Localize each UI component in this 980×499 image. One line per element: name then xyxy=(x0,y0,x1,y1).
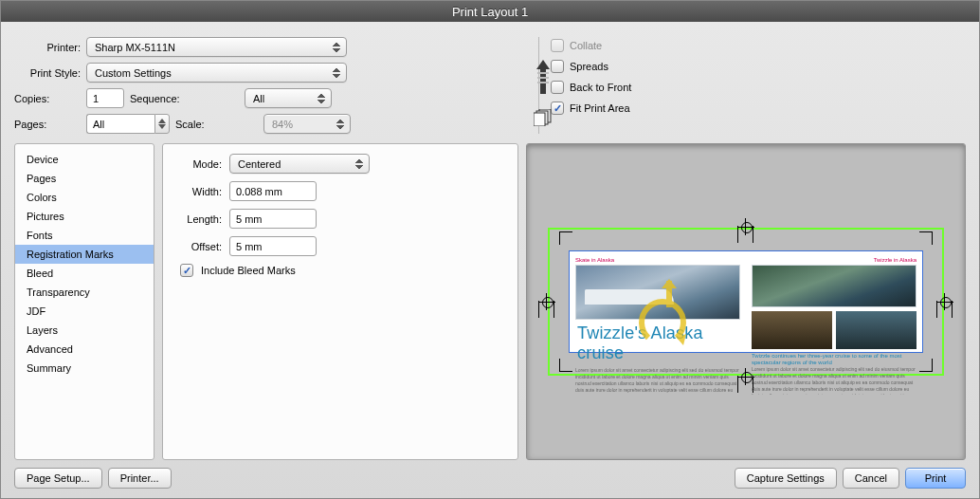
include-bleed-checkbox[interactable] xyxy=(180,264,193,277)
sequence-value: All xyxy=(253,93,264,104)
registration-mark-icon xyxy=(739,370,753,383)
crop-mark-icon xyxy=(559,359,572,372)
svg-rect-0 xyxy=(537,72,549,74)
sidebar-item-advanced[interactable]: Advanced xyxy=(15,340,154,359)
crop-mark-icon xyxy=(919,359,933,372)
svg-rect-5 xyxy=(534,113,545,126)
width-input[interactable] xyxy=(229,181,317,201)
page-caption-left: Skate in Alaska xyxy=(575,257,740,263)
cancel-button[interactable]: Cancel xyxy=(843,468,899,489)
orientation-overlay-icon xyxy=(629,271,696,357)
back-to-front-checkbox[interactable] xyxy=(551,81,564,94)
sidebar-item-registration-marks[interactable]: Registration Marks xyxy=(15,245,154,264)
top-form: Printer: Sharp MX-5111N Print Style: Cus… xyxy=(14,37,531,134)
sidebar-item-jdf[interactable]: JDF xyxy=(15,302,154,321)
sidebar-item-layers[interactable]: Layers xyxy=(15,321,154,340)
mode-select[interactable]: Centered xyxy=(229,154,370,174)
sidebar-item-summary[interactable]: Summary xyxy=(15,359,154,378)
pages-input[interactable] xyxy=(86,114,154,134)
sidebar-item-fonts[interactable]: Fonts xyxy=(15,226,154,245)
preview-photo xyxy=(836,311,916,349)
scale-select: 84% xyxy=(263,114,351,134)
mode-value: Centered xyxy=(238,158,281,170)
page-setup-button[interactable]: Page Setup... xyxy=(14,468,102,489)
scale-label: Scale: xyxy=(175,119,258,130)
spreads-label: Spreads xyxy=(570,61,608,72)
printer-button[interactable]: Printer... xyxy=(108,468,172,489)
length-input[interactable] xyxy=(229,209,317,229)
registration-mark-icon xyxy=(739,220,753,233)
fit-print-area-checkbox[interactable] xyxy=(551,102,564,115)
sidebar-item-pictures[interactable]: Pictures xyxy=(15,207,154,226)
svg-rect-1 xyxy=(537,77,549,79)
offset-input[interactable] xyxy=(229,236,317,256)
collate-pages-icon[interactable] xyxy=(534,109,553,126)
crop-mark-icon xyxy=(559,231,572,245)
top-panel: Printer: Sharp MX-5111N Print Style: Cus… xyxy=(14,37,966,134)
offset-label: Offset: xyxy=(176,241,222,252)
print-dialog-window: Print Layout 1 Printer: Sharp MX-5111N P… xyxy=(0,0,980,499)
printer-label: Printer: xyxy=(14,42,81,53)
preview-subhead: Twizzle continues her three-year cruise … xyxy=(752,353,916,366)
sequence-select[interactable]: All xyxy=(245,88,332,108)
pages-stepper[interactable] xyxy=(154,114,170,134)
detail-panel: Mode: Centered Width: Length: Offset: xyxy=(162,143,518,460)
back-to-front-label: Back to Front xyxy=(570,82,631,93)
page-caption-right: Twizzle in Alaska xyxy=(752,257,916,263)
middle-panels: DevicePagesColorsPicturesFontsRegistrati… xyxy=(14,143,966,460)
include-bleed-label: Include Bleed Marks xyxy=(201,265,296,276)
collate-label: Collate xyxy=(570,40,602,51)
registration-mark-icon xyxy=(540,295,554,308)
copies-label: Copies: xyxy=(14,93,81,104)
printer-select[interactable]: Sharp MX-5111N xyxy=(86,37,347,57)
width-label: Width: xyxy=(176,186,222,197)
spreads-checkbox[interactable] xyxy=(551,60,564,73)
bottom-bar: Page Setup... Printer... Capture Setting… xyxy=(14,460,966,489)
capture-settings-button[interactable]: Capture Settings xyxy=(735,468,837,489)
sidebar-item-colors[interactable]: Colors xyxy=(15,188,154,207)
printer-value: Sharp MX-5111N xyxy=(95,42,175,53)
scale-value: 84% xyxy=(272,119,293,130)
page-sheet: Skate in Alaska Twizzle's Alaska cruise … xyxy=(548,228,944,376)
print-style-select[interactable]: Custom Settings xyxy=(86,63,347,83)
dialog-content: Printer: Sharp MX-5111N Print Style: Cus… xyxy=(1,22,979,498)
window-title: Print Layout 1 xyxy=(1,1,979,22)
pages-combo[interactable] xyxy=(86,114,170,134)
sidebar-item-device[interactable]: Device xyxy=(15,150,154,169)
preview-body-text: Lorem ipsum dolor sit amet consectetur a… xyxy=(752,366,916,395)
pages-label: Pages: xyxy=(14,119,81,130)
sidebar-item-transparency[interactable]: Transparency xyxy=(15,283,154,302)
mode-label: Mode: xyxy=(176,158,222,170)
svg-rect-2 xyxy=(537,82,549,83)
preview-photo xyxy=(752,265,916,307)
crop-mark-icon xyxy=(919,231,933,245)
preview-photo xyxy=(752,311,832,349)
copies-input[interactable] xyxy=(86,88,124,108)
length-label: Length: xyxy=(176,213,222,225)
sidebar-item-pages[interactable]: Pages xyxy=(15,169,154,188)
fit-print-area-label: Fit Print Area xyxy=(570,102,630,114)
preview-body-text: Lorem ipsum dolor sit amet consectetur a… xyxy=(575,367,740,394)
print-style-label: Print Style: xyxy=(14,67,81,79)
document-spread: Skate in Alaska Twizzle's Alaska cruise … xyxy=(569,250,923,353)
collate-checkbox xyxy=(551,39,564,52)
registration-mark-icon xyxy=(938,295,952,308)
sequence-label: Sequence: xyxy=(130,93,239,104)
print-style-value: Custom Settings xyxy=(95,67,172,79)
print-button[interactable]: Print xyxy=(905,468,966,489)
orientation-arrow-icon[interactable] xyxy=(535,58,552,96)
print-preview[interactable]: Skate in Alaska Twizzle's Alaska cruise … xyxy=(526,143,966,460)
category-sidebar: DevicePagesColorsPicturesFontsRegistrati… xyxy=(14,143,154,460)
print-options: Collate Spreads Back to Front Fit Print … xyxy=(551,37,631,134)
sidebar-item-bleed[interactable]: Bleed xyxy=(15,264,154,283)
